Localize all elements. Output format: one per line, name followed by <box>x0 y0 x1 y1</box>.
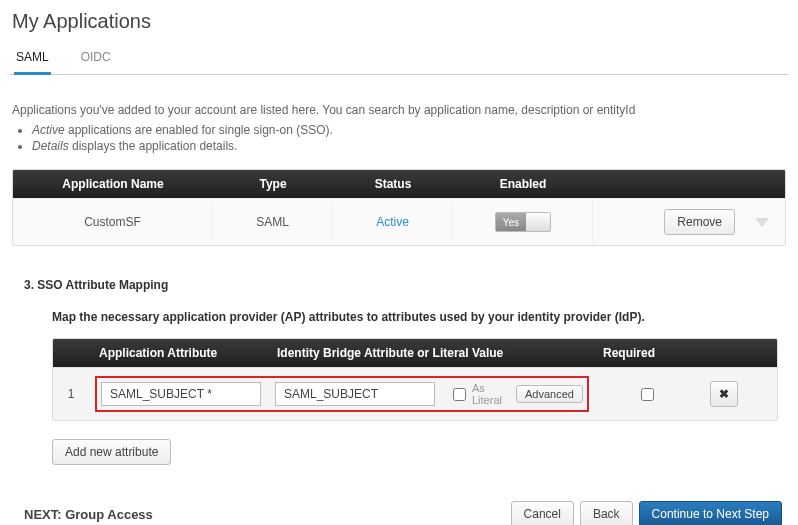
footer-bar: NEXT: Group Access Cancel Back Continue … <box>24 501 782 525</box>
applications-table-header: Application Name Type Status Enabled <box>13 170 785 198</box>
expand-row-icon[interactable] <box>755 218 769 227</box>
tab-bar: SAML OIDC <box>10 43 788 75</box>
close-icon: ✖ <box>719 387 729 401</box>
note-active-em: Active <box>32 123 65 137</box>
enabled-toggle-handle <box>526 213 549 231</box>
applications-table: Application Name Type Status Enabled Cus… <box>12 169 786 246</box>
as-literal-text: As Literal <box>472 382 502 406</box>
note-details: Details displays the application details… <box>32 139 788 153</box>
delete-attribute-button[interactable]: ✖ <box>710 381 738 407</box>
col-header-status: Status <box>333 170 453 198</box>
tab-saml[interactable]: SAML <box>14 44 51 75</box>
status-link[interactable]: Active <box>376 215 409 229</box>
col-header-name: Application Name <box>13 170 213 198</box>
attribute-table: Application Attribute Identity Bridge At… <box>52 338 778 421</box>
as-literal-checkbox[interactable] <box>453 388 466 401</box>
application-attribute-input[interactable] <box>101 382 261 406</box>
note-details-em: Details <box>32 139 69 153</box>
intro-text: Applications you've added to your accoun… <box>12 103 786 117</box>
table-row: CustomSF SAML Active Yes Remove <box>13 198 785 245</box>
attribute-row: 1 As Literal Advanced <box>53 367 777 420</box>
col-header-actions <box>593 170 785 198</box>
continue-button[interactable]: Continue to Next Step <box>639 501 782 525</box>
attr-row-index: 1 <box>53 387 89 401</box>
back-button[interactable]: Back <box>580 501 633 525</box>
note-details-rest: displays the application details. <box>69 139 238 153</box>
attr-header-idp: Identity Bridge Attribute or Literal Val… <box>267 339 577 367</box>
remove-button[interactable]: Remove <box>664 209 735 235</box>
attribute-table-header: Application Attribute Identity Bridge At… <box>53 339 777 367</box>
cancel-button[interactable]: Cancel <box>511 501 574 525</box>
add-new-attribute-button[interactable]: Add new attribute <box>52 439 171 465</box>
enabled-toggle-yes: Yes <box>496 213 527 231</box>
highlighted-attribute-inputs: As Literal Advanced <box>95 376 589 412</box>
sso-attribute-section: 3. SSO Attribute Mapping Map the necessa… <box>24 278 778 465</box>
identity-attribute-input[interactable] <box>275 382 435 406</box>
col-header-type: Type <box>213 170 333 198</box>
attr-header-required: Required <box>577 339 681 367</box>
note-active-rest: applications are enabled for single sign… <box>65 123 333 137</box>
advanced-button[interactable]: Advanced <box>516 385 583 403</box>
as-literal-label: As Literal <box>449 382 502 406</box>
section-title: 3. SSO Attribute Mapping <box>24 278 778 292</box>
required-checkbox[interactable] <box>641 388 654 401</box>
cell-app-name: CustomSF <box>13 205 213 239</box>
tab-oidc[interactable]: OIDC <box>79 44 113 75</box>
enabled-toggle[interactable]: Yes <box>495 212 551 232</box>
page-title: My Applications <box>12 10 788 33</box>
intro-notes: Active applications are enabled for sing… <box>16 123 788 153</box>
col-header-enabled: Enabled <box>453 170 593 198</box>
cell-app-type: SAML <box>213 205 333 239</box>
note-active: Active applications are enabled for sing… <box>32 123 788 137</box>
section-subtitle: Map the necessary application provider (… <box>52 310 778 324</box>
next-step-label: NEXT: Group Access <box>24 507 511 522</box>
attr-header-app: Application Attribute <box>89 339 267 367</box>
